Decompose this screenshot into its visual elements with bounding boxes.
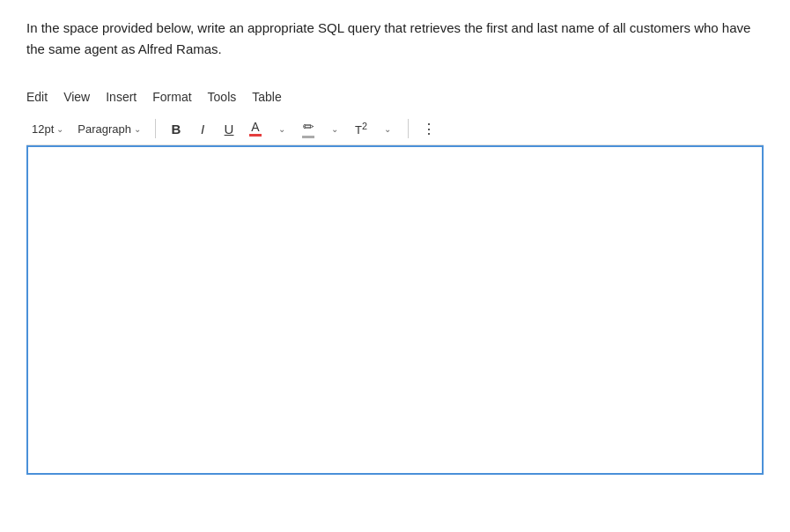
underline-icon: U bbox=[225, 122, 234, 137]
font-color-a-icon: A bbox=[249, 121, 262, 137]
menu-bar: Edit View Insert Format Tools Table bbox=[26, 85, 764, 109]
highlight-dropdown[interactable]: ⌄ bbox=[323, 117, 346, 140]
editor-text-area[interactable] bbox=[37, 156, 753, 464]
editor-container: Edit View Insert Format Tools Table 12pt… bbox=[26, 85, 764, 475]
menu-tools[interactable]: Tools bbox=[208, 90, 237, 104]
menu-insert[interactable]: Insert bbox=[106, 90, 137, 104]
italic-icon: I bbox=[201, 122, 204, 137]
highlight-button[interactable]: ✏ bbox=[297, 117, 320, 140]
menu-edit[interactable]: Edit bbox=[26, 90, 48, 104]
menu-view[interactable]: View bbox=[63, 90, 90, 104]
more-options-icon: ⋮ bbox=[422, 121, 437, 137]
underline-button[interactable]: U bbox=[218, 117, 240, 140]
paragraph-style-dropdown[interactable]: Paragraph ⌄ bbox=[72, 117, 146, 140]
font-color-dropdown[interactable]: ⌄ bbox=[270, 117, 293, 140]
toolbar-divider-1 bbox=[155, 119, 156, 138]
bold-button[interactable]: B bbox=[165, 117, 188, 140]
paragraph-style-value: Paragraph bbox=[78, 122, 131, 136]
superscript-dropdown[interactable]: ⌄ bbox=[376, 117, 399, 140]
font-size-dropdown[interactable]: 12pt ⌄ bbox=[26, 117, 69, 140]
toolbar-divider-2 bbox=[408, 119, 409, 138]
editor-text-area-wrapper bbox=[26, 145, 764, 475]
highlight-chevron: ⌄ bbox=[331, 124, 338, 134]
font-color-chevron: ⌄ bbox=[278, 124, 285, 134]
font-color-button[interactable]: A bbox=[244, 117, 267, 140]
toolbar: 12pt ⌄ Paragraph ⌄ B I U A ⌄ bbox=[26, 113, 764, 145]
menu-table[interactable]: Table bbox=[252, 90, 281, 104]
highlight-pencil-icon: ✏ bbox=[302, 119, 314, 138]
bold-icon: B bbox=[172, 122, 181, 137]
superscript-chevron: ⌄ bbox=[384, 124, 391, 134]
superscript-icon: T2 bbox=[355, 121, 367, 137]
superscript-button[interactable]: T2 bbox=[350, 117, 373, 140]
font-size-chevron: ⌄ bbox=[56, 124, 63, 134]
question-text: In the space provided below, write an ap… bbox=[26, 18, 764, 60]
font-size-value: 12pt bbox=[32, 122, 54, 136]
paragraph-chevron: ⌄ bbox=[134, 124, 141, 134]
italic-button[interactable]: I bbox=[191, 117, 214, 140]
menu-format[interactable]: Format bbox=[152, 90, 191, 104]
more-options-button[interactable]: ⋮ bbox=[417, 117, 441, 140]
